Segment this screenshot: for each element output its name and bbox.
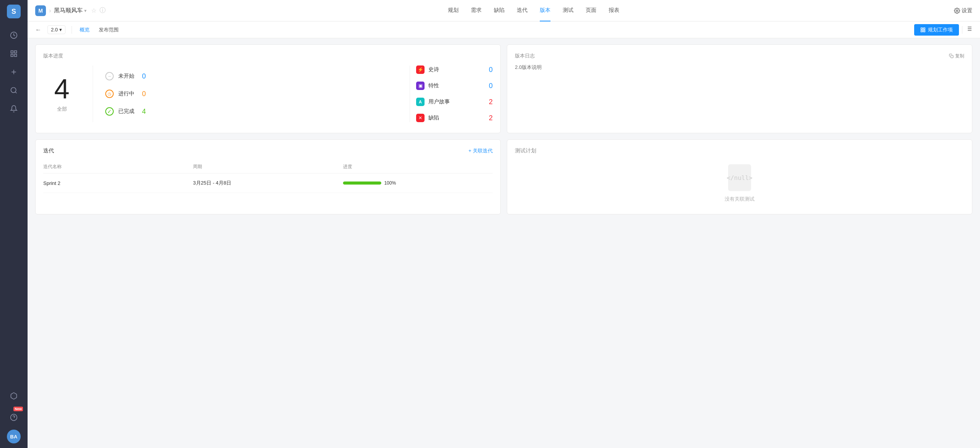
feature-label: 特性 xyxy=(428,82,485,89)
bug-label: 缺陷 xyxy=(428,114,485,121)
iteration-title: 迭代 xyxy=(43,147,54,154)
progress-bar xyxy=(343,181,381,185)
settings-button[interactable]: 设置 xyxy=(954,7,972,14)
svg-rect-15 xyxy=(923,30,925,32)
sidebar-logo[interactable]: S xyxy=(7,5,21,18)
tab-requirement[interactable]: 需求 xyxy=(471,0,482,21)
epic-label: 史诗 xyxy=(428,66,485,73)
sidebar-icon-bell[interactable] xyxy=(6,101,21,116)
type-story: A 用户故事 2 xyxy=(416,98,493,106)
type-bug: ✕ 缺陷 2 xyxy=(416,114,493,122)
iteration-card: 迭代 + 关联迭代 迭代名称 周期 进度 Sprint 2 3月25日 - 4月… xyxy=(35,139,501,214)
sprint-period: 3月25日 - 4月8日 xyxy=(193,180,343,186)
main-content: M › 黑马顺风车 ▾ ☆ ⓘ 规划 需求 缺陷 迭代 版本 测试 页面 报表 xyxy=(28,0,980,448)
project-title[interactable]: 黑马顺风车 ▾ xyxy=(54,7,87,14)
svg-rect-14 xyxy=(921,30,923,32)
epic-count: 0 xyxy=(489,66,493,74)
version-dropdown-icon: ▾ xyxy=(59,27,62,33)
svg-rect-13 xyxy=(923,28,925,29)
feature-count: 0 xyxy=(489,82,493,90)
type-epic: ⚡ 史诗 0 xyxy=(416,65,493,74)
total-label: 全部 xyxy=(57,106,67,113)
log-content: 2.0版本说明 xyxy=(515,64,964,125)
story-icon: A xyxy=(416,98,425,106)
subnav-divider xyxy=(72,26,72,34)
tab-defect[interactable]: 缺陷 xyxy=(494,0,505,21)
sprint-progress: 100% xyxy=(343,180,493,186)
tab-test[interactable]: 测试 xyxy=(563,0,573,21)
in-progress-icon: ◷ xyxy=(105,90,114,98)
breadcrumb-logo: M xyxy=(35,5,46,16)
copy-button[interactable]: 复制 xyxy=(949,53,964,59)
col-name: 迭代名称 xyxy=(43,164,193,170)
table-row: Sprint 2 3月25日 - 4月8日 100% xyxy=(43,173,493,193)
sidebar: S xyxy=(0,0,28,448)
status-in-progress: ◷ 进行中 0 xyxy=(105,90,403,98)
sprint-name: Sprint 2 xyxy=(43,180,193,186)
done-count: 4 xyxy=(142,108,146,116)
dropdown-icon: ▾ xyxy=(84,8,87,13)
svg-rect-4 xyxy=(15,54,17,57)
progress-pct: 100% xyxy=(384,180,396,186)
link-iteration-button[interactable]: + 关联迭代 xyxy=(469,147,493,154)
content-area: 版本进度 4 全部 − 未开始 0 xyxy=(28,38,980,448)
nav-right: 设置 xyxy=(954,7,972,14)
tab-page[interactable]: 页面 xyxy=(586,0,596,21)
nav-tabs: 规划 需求 缺陷 迭代 版本 测试 页面 报表 xyxy=(113,0,954,21)
breadcrumb-separator: › xyxy=(49,7,51,14)
tab-version[interactable]: 版本 xyxy=(540,0,550,21)
story-label: 用户故事 xyxy=(428,98,485,105)
svg-point-11 xyxy=(956,10,958,11)
version-selector[interactable]: 2.0 ▾ xyxy=(47,25,65,34)
svg-point-7 xyxy=(11,88,16,93)
done-icon: ✓ xyxy=(105,107,114,116)
svg-rect-1 xyxy=(11,51,13,53)
help-icon-wrap: New xyxy=(6,408,21,427)
subnav-divider-2 xyxy=(962,26,962,34)
total-count: 4 xyxy=(54,75,69,103)
sidebar-icon-help[interactable] xyxy=(6,410,21,425)
sidebar-icon-cube[interactable] xyxy=(6,388,21,404)
version-progress-card: 版本进度 4 全部 − 未开始 0 xyxy=(35,44,501,133)
top-nav: M › 黑马顺风车 ▾ ☆ ⓘ 规划 需求 缺陷 迭代 版本 测试 页面 报表 xyxy=(28,0,980,21)
list-view-button[interactable] xyxy=(965,25,972,34)
status-done: ✓ 已完成 4 xyxy=(105,107,403,116)
new-badge: New xyxy=(13,407,23,411)
sidebar-icon-dashboard[interactable] xyxy=(6,28,21,43)
favorite-icon[interactable]: ☆ xyxy=(91,7,96,14)
epic-icon: ⚡ xyxy=(416,65,425,74)
in-progress-label: 进行中 xyxy=(118,90,137,97)
test-plan-card: 测试计划 </null> 没有关联测试 xyxy=(507,139,972,214)
empty-text: 没有关联测试 xyxy=(725,196,755,203)
plan-work-button[interactable]: 规划工作项 xyxy=(914,24,959,36)
back-button[interactable]: ← xyxy=(35,26,41,33)
story-count: 2 xyxy=(489,98,493,106)
subnav-tab-release[interactable]: 发布范围 xyxy=(97,26,120,33)
col-period: 周期 xyxy=(193,164,343,170)
feature-icon: ▣ xyxy=(416,82,425,90)
sidebar-icon-add[interactable] xyxy=(6,64,21,80)
story-types-section: ⚡ 史诗 0 ▣ 特性 0 A 用户故事 2 xyxy=(416,65,493,122)
not-started-count: 0 xyxy=(142,72,146,80)
col-progress: 进度 xyxy=(343,164,493,170)
vertical-divider xyxy=(410,65,410,122)
svg-line-8 xyxy=(15,92,17,93)
sidebar-icon-grid[interactable] xyxy=(6,46,21,61)
tab-plan[interactable]: 规划 xyxy=(448,0,459,21)
bug-count: 2 xyxy=(489,114,493,122)
status-not-started: − 未开始 0 xyxy=(105,72,403,80)
tab-iteration[interactable]: 迭代 xyxy=(517,0,528,21)
progress-card-title: 版本进度 xyxy=(43,52,493,59)
subnav-right: 规划工作项 xyxy=(914,24,972,36)
info-icon[interactable]: ⓘ xyxy=(100,7,106,15)
not-started-icon: − xyxy=(105,72,114,80)
tab-report[interactable]: 报表 xyxy=(609,0,619,21)
avatar[interactable]: BA xyxy=(7,430,21,443)
svg-rect-3 xyxy=(11,54,13,57)
subnav-tab-overview[interactable]: 概览 xyxy=(78,26,91,33)
sub-nav: ← 2.0 ▾ 概览 发布范围 规划工作项 xyxy=(28,21,980,38)
not-started-label: 未开始 xyxy=(118,73,137,80)
sidebar-icon-search[interactable] xyxy=(6,83,21,98)
progress-bar-fill xyxy=(343,181,381,185)
svg-rect-2 xyxy=(15,51,17,53)
